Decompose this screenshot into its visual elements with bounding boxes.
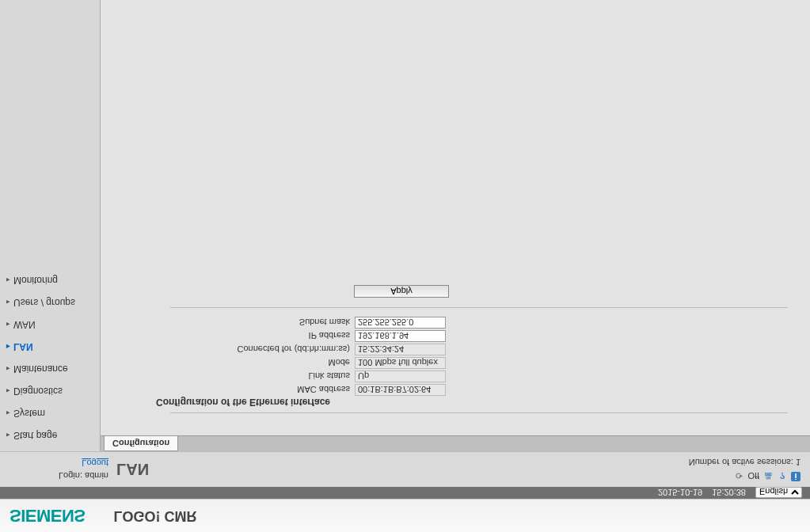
product-name: LOGO! CMR (114, 507, 197, 524)
subnet-mask-field[interactable] (355, 317, 446, 329)
connected-for-label: Connected for (dd:hh:mm:ss) (218, 343, 352, 356)
nav-diagnostics[interactable]: ▸Diagnostics (0, 380, 100, 402)
ip-address-label: IP address (218, 329, 352, 343)
login-area: Login: admin Logout (10, 458, 108, 481)
info-icon[interactable]: i (791, 472, 800, 481)
section-divider (170, 307, 788, 308)
chevron-right-icon: ▸ (6, 321, 10, 329)
chevron-right-icon: ▸ (6, 409, 10, 417)
nav-wan[interactable]: ▸WAN (0, 314, 100, 336)
nav-maintenance[interactable]: ▸Maintenance (0, 358, 100, 380)
tab-configuration[interactable]: Configuration (104, 436, 178, 451)
nav-sidebar: ▸Start page ▸System ▸Diagnostics ▸Mainte… (0, 0, 101, 451)
active-sessions-label: Number of active sessions: 1 (689, 458, 800, 467)
subnet-mask-label: Subnet mask (218, 316, 352, 329)
page-title: LAN (116, 461, 689, 479)
nav-system[interactable]: ▸System (0, 402, 100, 424)
chevron-right-icon: ▸ (6, 365, 10, 373)
nav-monitoring[interactable]: ▸Monitoring (0, 269, 100, 291)
mac-address-field (355, 384, 446, 396)
config-form: MAC address Link status Mode Connected f… (218, 316, 448, 397)
header-bar: SIEMENS LOGO! CMR (0, 499, 810, 532)
main-heading: LAN (108, 461, 689, 479)
apply-row: Apply (218, 285, 788, 298)
ip-address-field[interactable] (355, 330, 446, 342)
link-status-label: Link status (218, 370, 352, 383)
login-label: Login: admin (59, 471, 108, 481)
status-strip: 2015-10-19 15:20:38 English (0, 487, 810, 499)
mac-address-label: MAC address (218, 383, 352, 397)
refresh-icon[interactable]: ⟳ (734, 470, 745, 481)
nav-lan[interactable]: ▸LAN (0, 336, 100, 358)
nav-users-groups[interactable]: ▸Users / groups (0, 291, 100, 314)
help-icon[interactable]: ? (777, 470, 788, 481)
status-time: 15:20:38 (712, 488, 746, 498)
chevron-right-icon: ▸ (6, 387, 10, 395)
header-right: ⟳ Off 🖶 ? i Number of active sessions: 1 (689, 458, 800, 481)
apply-button[interactable]: Apply (354, 285, 449, 298)
info-bar: Login: admin Logout LAN ⟳ Off 🖶 ? i Numb… (0, 451, 810, 487)
main-panel: Configuration Configuration of the Ether… (101, 0, 810, 451)
chevron-right-icon: ▸ (6, 431, 10, 439)
language-select[interactable]: English (755, 488, 802, 499)
chevron-right-icon: ▸ (6, 298, 10, 306)
logout-link[interactable]: Logout (82, 458, 108, 468)
body-wrapper: ▸Start page ▸System ▸Diagnostics ▸Mainte… (0, 0, 810, 451)
brand-logo: SIEMENS (10, 506, 86, 526)
mode-field (355, 357, 446, 369)
header-icon-row: ⟳ Off 🖶 ? i (734, 470, 800, 481)
content-area: Configuration of the Ethernet interface … (101, 0, 810, 435)
chevron-right-icon: ▸ (6, 276, 10, 284)
printer-icon[interactable]: 🖶 (762, 470, 774, 481)
tab-strip: Configuration (101, 435, 810, 451)
section-divider (170, 412, 788, 413)
link-status-field (355, 370, 446, 382)
nav-start-page[interactable]: ▸Start page (0, 424, 100, 446)
connected-for-field (355, 344, 446, 355)
mode-label: Mode (218, 356, 352, 370)
chevron-right-icon: ▸ (6, 343, 10, 351)
status-date: 2015-10-19 (658, 488, 702, 498)
section-heading: Configuration of the Ethernet interface (156, 397, 788, 408)
refresh-off-label: Off (748, 470, 759, 481)
